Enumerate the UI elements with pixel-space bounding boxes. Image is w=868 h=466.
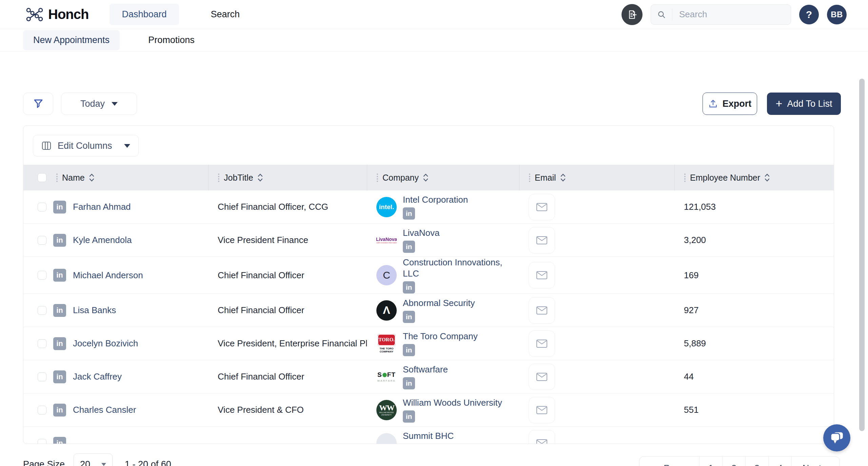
chat-icon bbox=[830, 431, 844, 444]
brand-name: Honch bbox=[48, 7, 88, 22]
linkedin-icon[interactable] bbox=[53, 234, 66, 247]
email-button[interactable] bbox=[529, 227, 555, 254]
column-header-jobtitle[interactable]: JobTitle bbox=[224, 173, 253, 183]
select-row-checkbox[interactable] bbox=[38, 271, 46, 280]
linkedin-icon[interactable] bbox=[403, 410, 415, 423]
email-button[interactable] bbox=[529, 262, 555, 288]
person-name-link[interactable]: Jocelyn Bozivich bbox=[73, 338, 138, 349]
edit-columns-dropdown[interactable]: Edit Columns bbox=[33, 135, 139, 157]
person-name-link[interactable]: Farhan Ahmad bbox=[73, 202, 131, 212]
tab-new-appointments[interactable]: New Appointments bbox=[23, 30, 120, 50]
company-link[interactable]: Summit BHC bbox=[403, 430, 454, 442]
email-button[interactable] bbox=[529, 397, 555, 423]
company-link[interactable]: LivaNova bbox=[403, 227, 439, 239]
job-title: Vice President Finance bbox=[208, 235, 367, 245]
linkedin-icon[interactable] bbox=[53, 269, 66, 282]
drag-handle-icon[interactable] bbox=[56, 176, 58, 177]
export-button[interactable]: Export bbox=[703, 93, 757, 115]
page-size-select[interactable]: 20 bbox=[74, 453, 113, 466]
drag-handle-icon[interactable] bbox=[529, 176, 530, 177]
linkedin-icon[interactable] bbox=[403, 344, 415, 356]
linkedin-icon[interactable] bbox=[53, 337, 66, 350]
vertical-scrollbar[interactable] bbox=[859, 79, 865, 431]
column-header-name[interactable]: Name bbox=[62, 173, 85, 183]
select-row-checkbox[interactable] bbox=[38, 339, 46, 348]
company-link[interactable]: Abnormal Security bbox=[403, 298, 475, 309]
linkedin-icon[interactable] bbox=[53, 404, 66, 417]
select-row-checkbox[interactable] bbox=[38, 372, 46, 381]
select-all-checkbox[interactable] bbox=[38, 173, 46, 182]
person-name-link[interactable]: Jack Caffrey bbox=[73, 371, 122, 382]
column-header-employee-number[interactable]: Employee Number bbox=[690, 173, 760, 183]
drag-handle-icon[interactable] bbox=[377, 176, 378, 177]
email-button[interactable] bbox=[529, 194, 555, 220]
toolbar: Today Export + Add To List bbox=[23, 93, 841, 115]
brand-logo[interactable]: Honch bbox=[25, 7, 88, 22]
select-row-checkbox[interactable] bbox=[38, 406, 46, 414]
email-button[interactable] bbox=[529, 364, 555, 390]
person-name-link[interactable]: Kyle Amendola bbox=[73, 235, 132, 245]
linkedin-icon[interactable] bbox=[403, 281, 415, 293]
linkedin-icon[interactable] bbox=[403, 241, 415, 253]
drag-handle-icon[interactable] bbox=[218, 176, 219, 177]
column-header-company[interactable]: Company bbox=[382, 173, 419, 183]
company-logo-william-woods: WWWILLIAM WOODSUNIVERSITY bbox=[376, 400, 397, 420]
pagination-prev-button[interactable]: ‹Prev bbox=[639, 457, 699, 466]
nav-dashboard[interactable]: Dashboard bbox=[110, 4, 179, 25]
company-link[interactable]: Intel Corporation bbox=[403, 194, 468, 205]
pagination-page-2[interactable]: 2 bbox=[722, 457, 745, 466]
select-row-checkbox[interactable] bbox=[38, 236, 46, 245]
linkedin-icon[interactable] bbox=[403, 207, 415, 220]
user-avatar[interactable]: BB bbox=[827, 5, 847, 24]
email-button[interactable] bbox=[529, 430, 555, 444]
table-row: Farhan Ahmad Chief Financial Officer, CC… bbox=[23, 190, 834, 224]
email-button[interactable] bbox=[529, 297, 555, 324]
column-header-email[interactable]: Email bbox=[535, 173, 556, 183]
company-link[interactable]: Softwarfare bbox=[403, 364, 448, 375]
pagination-page-4[interactable]: 4 bbox=[768, 457, 791, 466]
date-filter-dropdown[interactable]: Today bbox=[61, 93, 137, 115]
job-title: Vice President, Enterprise Financial Pl bbox=[208, 338, 367, 349]
select-row-checkbox[interactable] bbox=[38, 203, 46, 211]
sort-icon[interactable] bbox=[89, 173, 94, 182]
global-search[interactable] bbox=[651, 4, 791, 25]
document-import-icon bbox=[627, 9, 637, 20]
linkedin-icon[interactable] bbox=[53, 304, 66, 317]
linkedin-icon[interactable] bbox=[53, 437, 66, 444]
pagination-page-1[interactable]: 1 bbox=[699, 457, 722, 466]
add-to-list-button[interactable]: + Add To List bbox=[767, 93, 841, 115]
pagination-page-3[interactable]: 3 bbox=[745, 457, 768, 466]
section-tabs: New Appointments Promotions bbox=[0, 29, 868, 52]
linkedin-icon[interactable] bbox=[53, 201, 66, 214]
search-input[interactable] bbox=[672, 9, 782, 20]
sort-icon[interactable] bbox=[258, 173, 263, 182]
pagination-next-button[interactable]: Next› bbox=[791, 457, 840, 466]
person-name-link[interactable]: Michael Anderson bbox=[73, 270, 143, 281]
envelope-icon bbox=[536, 405, 548, 415]
select-row-checkbox[interactable] bbox=[38, 306, 46, 315]
sort-icon[interactable] bbox=[560, 173, 566, 182]
import-document-button[interactable] bbox=[622, 4, 643, 25]
person-name-link[interactable]: Lisa Banks bbox=[73, 305, 116, 316]
company-link[interactable]: William Woods University bbox=[403, 397, 502, 408]
sort-icon[interactable] bbox=[423, 173, 428, 182]
select-row-checkbox[interactable] bbox=[38, 439, 46, 444]
linkedin-icon[interactable] bbox=[53, 370, 66, 383]
chat-widget-button[interactable] bbox=[823, 424, 850, 451]
company-link[interactable]: Construction Innovations, LLC bbox=[403, 257, 515, 279]
nav-search[interactable]: Search bbox=[211, 9, 240, 20]
person-name-link[interactable]: Charles Cansler bbox=[73, 405, 136, 415]
email-button[interactable] bbox=[529, 330, 555, 357]
help-button[interactable]: ? bbox=[799, 5, 819, 24]
sort-icon[interactable] bbox=[765, 173, 770, 182]
filter-funnel-icon bbox=[33, 98, 44, 109]
search-icon bbox=[651, 8, 672, 21]
linkedin-icon[interactable] bbox=[403, 377, 415, 389]
drag-handle-icon[interactable] bbox=[684, 176, 686, 177]
linkedin-icon[interactable] bbox=[403, 311, 415, 323]
company-link[interactable]: The Toro Company bbox=[403, 331, 478, 342]
linkedin-icon[interactable] bbox=[403, 444, 415, 444]
filter-button[interactable] bbox=[23, 93, 53, 115]
tab-promotions[interactable]: Promotions bbox=[148, 35, 195, 45]
upload-icon bbox=[708, 99, 718, 108]
